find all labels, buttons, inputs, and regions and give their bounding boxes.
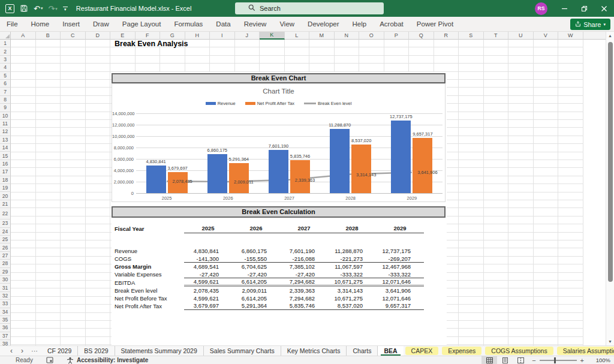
column-header-S[interactable]: S xyxy=(459,32,484,40)
sheet-title-cell[interactable]: Break Even Analysis xyxy=(115,40,188,48)
restore-button[interactable] xyxy=(574,0,594,17)
ribbon-tab-view[interactable]: View xyxy=(273,17,301,31)
row-header-28[interactable]: 28 xyxy=(0,260,11,267)
row-header-29[interactable]: 29 xyxy=(0,268,11,276)
sheet-tab-statements-summary-2029[interactable]: Statements Summary 2029 xyxy=(115,346,204,356)
ribbon-tab-draw[interactable]: Draw xyxy=(86,17,116,31)
row-header-13[interactable]: 13 xyxy=(0,136,11,144)
customize-quick-access-icon[interactable]: ▾ xyxy=(63,7,68,11)
row-header-5[interactable]: 5 xyxy=(0,72,11,80)
row-header-4[interactable]: 4 xyxy=(0,64,11,71)
zoom-slider-thumb[interactable] xyxy=(554,357,556,363)
row-header-27[interactable]: 27 xyxy=(0,252,11,260)
ribbon-tab-page-layout[interactable]: Page Layout xyxy=(116,17,168,31)
share-button[interactable]: Share ▾ xyxy=(570,19,610,30)
zoom-out-button[interactable]: − xyxy=(528,357,539,364)
view-normal-button[interactable] xyxy=(481,356,497,364)
row-header-14[interactable]: 14 xyxy=(0,144,11,152)
row-header-22[interactable]: 22 xyxy=(0,208,11,219)
view-page-break-button[interactable] xyxy=(513,356,528,364)
vertical-scroll-thumb[interactable] xyxy=(608,42,613,282)
table-cell[interactable]: 7,385,102 xyxy=(280,263,328,270)
table-cell[interactable]: 7,601,190 xyxy=(280,247,328,255)
select-all-corner[interactable] xyxy=(0,32,11,40)
column-header-D[interactable]: D xyxy=(86,32,111,40)
row-header-10[interactable]: 10 xyxy=(0,112,11,120)
row-label-cell[interactable]: Gross Margin xyxy=(112,263,184,270)
table-cell[interactable]: 11,067,597 xyxy=(328,263,376,270)
row-label-cell[interactable]: Variable Expenses xyxy=(112,270,184,278)
ribbon-tab-review[interactable]: Review xyxy=(237,17,273,31)
table-cell[interactable]: 5,835,746 xyxy=(280,302,328,310)
table-cell[interactable]: 7,294,682 xyxy=(280,278,328,287)
vertical-scrollbar[interactable]: ▲ ▼ xyxy=(606,32,614,345)
close-button[interactable] xyxy=(594,0,614,17)
ribbon-tab-insert[interactable]: Insert xyxy=(56,17,86,31)
row-label-cell[interactable]: Break Even level xyxy=(112,286,184,294)
sheet-more-left-icon[interactable]: ··· xyxy=(28,347,41,354)
row-header-36[interactable]: 36 xyxy=(0,324,11,332)
row-header-20[interactable]: 20 xyxy=(0,192,11,200)
excel-app-icon[interactable]: X xyxy=(5,4,14,13)
column-header-A[interactable]: A xyxy=(11,32,36,40)
ribbon-tab-home[interactable]: Home xyxy=(25,17,56,31)
avatar[interactable]: RS xyxy=(535,2,547,15)
column-header-H[interactable]: H xyxy=(185,32,210,40)
sheet-tab-salaries-assumptions[interactable]: Salaries Assumptions xyxy=(557,347,614,355)
table-cell[interactable]: 12,737,175 xyxy=(376,247,424,255)
sheet-tab-sales-summary-charts[interactable]: Sales Summary Charts xyxy=(204,346,281,356)
accessibility-status[interactable]: Accessibility: Investigate xyxy=(77,357,149,363)
save-icon[interactable] xyxy=(20,4,28,13)
row-header-24[interactable]: 24 xyxy=(0,228,11,236)
row-label-cell[interactable]: Revenue xyxy=(112,247,184,255)
row-header-1[interactable]: 1 xyxy=(0,40,11,47)
sheet-tab-expenses[interactable]: Expenses xyxy=(442,347,481,355)
row-header-7[interactable]: 7 xyxy=(0,88,11,95)
row-header-34[interactable]: 34 xyxy=(0,308,11,316)
view-page-layout-button[interactable] xyxy=(497,356,513,364)
row-header-25[interactable]: 25 xyxy=(0,236,11,243)
fiscal-year-label[interactable]: Fiscal Year xyxy=(112,224,184,233)
ribbon-tab-help[interactable]: Help xyxy=(346,17,374,31)
table-cell[interactable]: -269,207 xyxy=(376,255,424,263)
year-header-cell[interactable]: 2025 xyxy=(184,224,232,233)
row-header-26[interactable]: 26 xyxy=(0,243,11,251)
row-label-cell[interactable]: EBITDA xyxy=(112,278,184,287)
sheet-tab-cf-2029[interactable]: CF 2029 xyxy=(41,346,78,356)
column-header-K[interactable]: K xyxy=(260,32,285,40)
table-cell[interactable]: 7,294,682 xyxy=(280,294,328,302)
year-header-cell[interactable]: 2027 xyxy=(280,224,328,233)
table-cell[interactable]: 5,291,364 xyxy=(232,302,280,310)
row-header-23[interactable]: 23 xyxy=(0,219,11,227)
column-header-E[interactable]: E xyxy=(110,32,136,40)
zoom-in-button[interactable]: + xyxy=(577,357,588,364)
year-header-cell[interactable]: 2029 xyxy=(376,224,424,233)
table-cell[interactable]: 11,288,870 xyxy=(328,247,376,255)
table-cell[interactable]: 6,614,205 xyxy=(232,278,280,287)
column-header-O[interactable]: O xyxy=(359,32,384,40)
row-header-18[interactable]: 18 xyxy=(0,176,11,184)
year-header-cell[interactable]: 2026 xyxy=(232,224,280,233)
sheet-nav-right[interactable]: › xyxy=(17,346,28,356)
table-cell[interactable]: 2,339,363 xyxy=(280,286,328,294)
row-header-8[interactable]: 8 xyxy=(0,96,11,104)
zoom-slider[interactable] xyxy=(540,360,577,361)
column-header-L[interactable]: L xyxy=(285,32,310,40)
macro-record-icon[interactable] xyxy=(46,357,53,363)
table-cell[interactable]: 10,671,275 xyxy=(328,278,376,287)
table-cell[interactable]: 3,679,697 xyxy=(184,302,232,310)
table-cell[interactable]: 12,071,646 xyxy=(376,294,424,302)
table-cell[interactable]: -221,273 xyxy=(328,255,376,263)
row-header-30[interactable]: 30 xyxy=(0,276,11,284)
row-header-19[interactable]: 19 xyxy=(0,184,11,192)
column-header-U[interactable]: U xyxy=(508,32,534,40)
sheet-tab-bs-2029[interactable]: BS 2029 xyxy=(78,346,115,356)
column-header-I[interactable]: I xyxy=(210,32,235,40)
column-header-P[interactable]: P xyxy=(384,32,410,40)
table-cell[interactable]: -27,420 xyxy=(184,270,232,278)
column-header-N[interactable]: N xyxy=(335,32,360,40)
row-header-16[interactable]: 16 xyxy=(0,160,11,168)
undo-button[interactable]: ↶▾ xyxy=(34,5,43,13)
scroll-up-icon[interactable]: ▲ xyxy=(606,34,614,38)
ribbon-tab-formulas[interactable]: Formulas xyxy=(167,17,209,31)
